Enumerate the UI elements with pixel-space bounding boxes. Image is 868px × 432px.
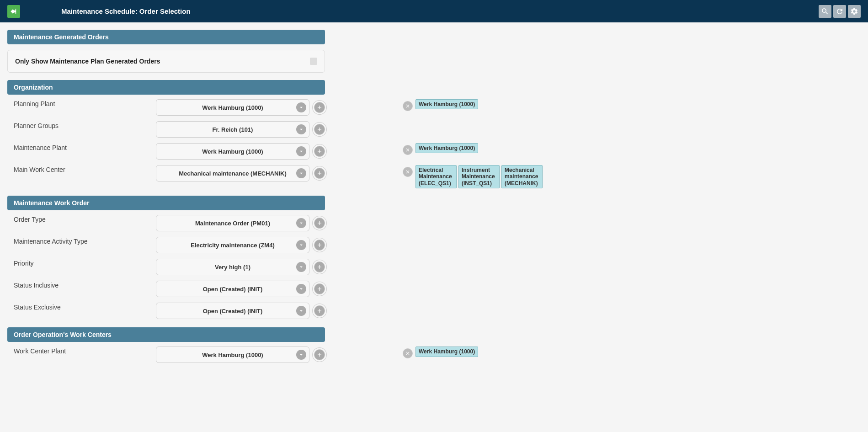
planner-groups-add-button[interactable] [314, 124, 325, 135]
field-work-center-plant: Work Center Plant Werk Hamburg (1000) We… [7, 347, 706, 364]
planning-plant-label: Planning Plant [7, 99, 156, 107]
chevron-down-icon [296, 146, 306, 156]
order-type-dropdown[interactable]: Maintenance Order (PM01) [156, 215, 309, 231]
main-work-center-dropdown[interactable]: Mechanical maintenance (MECHANIK) [156, 165, 309, 181]
priority-add-button[interactable] [314, 261, 325, 272]
field-status-inclusive: Status Inclusive Open (Created) (INIT) [7, 281, 706, 298]
planner-groups-label: Planner Groups [7, 121, 156, 129]
chevron-down-icon [296, 124, 306, 134]
plus-icon [316, 104, 323, 111]
main-work-center-tags: Electrical Maintenance (ELEC_QS1) Instru… [403, 165, 543, 188]
search-icon [821, 7, 829, 16]
topbar-left: Maintenance Schedule: Order Selection [7, 5, 191, 18]
status-inclusive-dropdown[interactable]: Open (Created) (INIT) [156, 281, 309, 297]
activity-type-label: Maintenance Activity Type [7, 237, 156, 245]
work-center-plant-add-button[interactable] [314, 349, 325, 360]
maintenance-plant-tags: Werk Hamburg (1000) [403, 143, 478, 155]
planning-plant-value: Werk Hamburg (1000) [202, 104, 263, 111]
main-work-center-add-button[interactable] [314, 168, 325, 179]
status-exclusive-value: Open (Created) (INIT) [203, 308, 263, 315]
status-inclusive-value: Open (Created) (INIT) [203, 286, 263, 293]
plus-icon [316, 126, 323, 133]
close-icon [405, 147, 410, 153]
tag[interactable]: Werk Hamburg (1000) [415, 347, 478, 357]
order-type-add-button[interactable] [314, 218, 325, 229]
topbar-right [819, 5, 861, 18]
close-icon [405, 103, 410, 109]
main-work-center-clear-button[interactable] [403, 167, 413, 177]
chevron-down-icon [296, 284, 306, 294]
field-order-type: Order Type Maintenance Order (PM01) [7, 215, 706, 232]
field-planning-plant: Planning Plant Werk Hamburg (1000) Werk … [7, 99, 706, 117]
tag[interactable]: Mechanical maintenance (MECHANIK) [501, 165, 543, 188]
maintenance-plant-dropdown[interactable]: Werk Hamburg (1000) [156, 143, 309, 160]
plus-icon [316, 352, 323, 358]
field-priority: Priority Very high (1) [7, 259, 706, 276]
page-title: Maintenance Schedule: Order Selection [61, 7, 191, 15]
planning-plant-dropdown[interactable]: Werk Hamburg (1000) [156, 99, 309, 116]
status-inclusive-label: Status Inclusive [7, 281, 156, 289]
maintenance-plant-label: Maintenance Plant [7, 143, 156, 151]
status-exclusive-add-button[interactable] [314, 305, 325, 316]
tag[interactable]: Instrument Maintenance (INST_QS1) [458, 165, 500, 188]
main-work-center-value: Mechanical maintenance (MECHANIK) [179, 170, 287, 177]
activity-type-dropdown[interactable]: Electricity maintenance (ZM4) [156, 237, 309, 253]
field-planner-groups: Planner Groups Fr. Reich (101) [7, 121, 706, 139]
planning-plant-tags: Werk Hamburg (1000) [403, 99, 478, 111]
section-header-work-order: Maintenance Work Order [7, 196, 325, 210]
status-exclusive-dropdown[interactable]: Open (Created) (INIT) [156, 303, 309, 319]
work-center-plant-label: Work Center Plant [7, 347, 156, 355]
refresh-button[interactable] [833, 5, 846, 18]
status-inclusive-add-button[interactable] [314, 283, 325, 294]
section-header-generated: Maintenance Generated Orders [7, 30, 325, 44]
planner-groups-dropdown[interactable]: Fr. Reich (101) [156, 121, 309, 138]
field-maintenance-plant: Maintenance Plant Werk Hamburg (1000) We… [7, 143, 706, 160]
tag[interactable]: Electrical Maintenance (ELEC_QS1) [415, 165, 457, 188]
work-center-plant-tags: Werk Hamburg (1000) [403, 347, 478, 358]
chevron-down-icon [296, 350, 306, 360]
work-center-plant-dropdown[interactable]: Werk Hamburg (1000) [156, 347, 309, 363]
activity-type-add-button[interactable] [314, 240, 325, 251]
chevron-down-icon [296, 240, 306, 250]
plus-icon [316, 170, 323, 176]
work-center-plant-value: Werk Hamburg (1000) [202, 352, 263, 358]
plus-icon [316, 148, 323, 155]
order-type-value: Maintenance Order (PM01) [195, 220, 270, 227]
close-icon [405, 351, 410, 356]
settings-button[interactable] [848, 5, 861, 18]
field-main-work-center: Main Work Center Mechanical maintenance … [7, 165, 706, 188]
maintenance-plant-add-button[interactable] [314, 146, 325, 157]
back-arrow-icon [10, 7, 18, 16]
chevron-down-icon [296, 306, 306, 316]
maintenance-plant-clear-button[interactable] [403, 145, 413, 155]
only-plan-generated-checkbox[interactable] [310, 58, 317, 65]
close-icon [405, 169, 410, 175]
chevron-down-icon [296, 102, 306, 112]
plus-icon [316, 308, 323, 314]
back-button[interactable] [7, 5, 20, 18]
section-header-organization: Organization [7, 80, 325, 95]
section-header-op-centers: Order Operation's Work Centers [7, 327, 325, 342]
plus-icon [316, 286, 323, 292]
plus-icon [316, 264, 323, 270]
only-plan-generated-label: Only Show Maintenance Plan Generated Ord… [15, 58, 160, 65]
plus-icon [316, 220, 323, 226]
planning-plant-add-button[interactable] [314, 102, 325, 113]
field-activity-type: Maintenance Activity Type Electricity ma… [7, 237, 706, 254]
status-exclusive-label: Status Exclusive [7, 303, 156, 311]
main-work-center-label: Main Work Center [7, 165, 156, 173]
priority-dropdown[interactable]: Very high (1) [156, 259, 309, 275]
chevron-down-icon [296, 262, 306, 272]
search-button[interactable] [819, 5, 831, 18]
planning-plant-clear-button[interactable] [403, 101, 413, 111]
order-type-label: Order Type [7, 215, 156, 223]
content-area: Maintenance Generated Orders Only Show M… [0, 22, 713, 371]
field-status-exclusive: Status Exclusive Open (Created) (INIT) [7, 303, 706, 320]
tag[interactable]: Werk Hamburg (1000) [415, 99, 478, 109]
work-center-plant-clear-button[interactable] [403, 348, 413, 358]
tag[interactable]: Werk Hamburg (1000) [415, 143, 478, 153]
gear-icon [850, 7, 858, 16]
only-plan-generated-card[interactable]: Only Show Maintenance Plan Generated Ord… [7, 50, 325, 73]
planner-groups-value: Fr. Reich (101) [213, 126, 253, 133]
maintenance-plant-value: Werk Hamburg (1000) [202, 148, 263, 155]
